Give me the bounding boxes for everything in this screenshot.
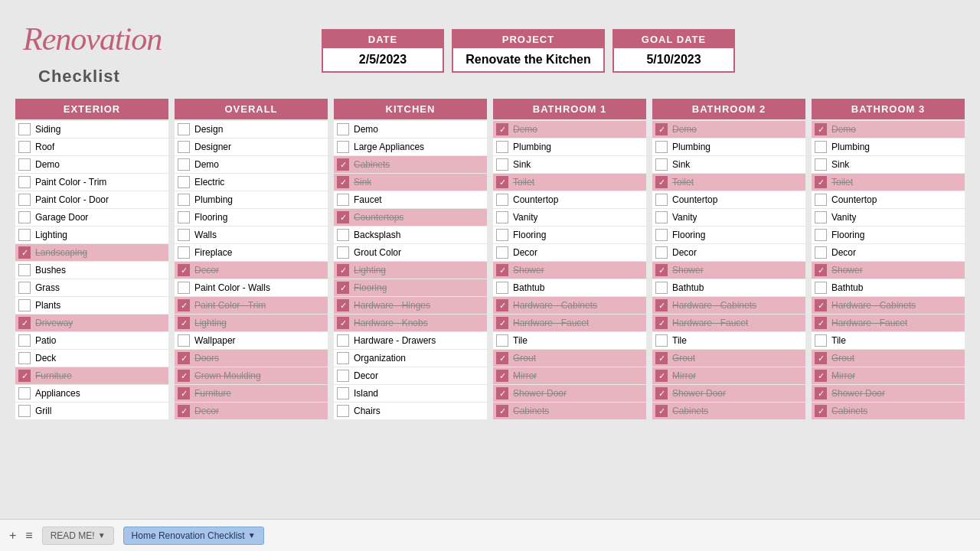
checkbox[interactable]: ✓ — [337, 211, 349, 223]
list-item[interactable]: Vanity — [812, 209, 965, 226]
list-item[interactable]: ✓Hardware - Cabinets — [812, 297, 965, 314]
checkbox[interactable] — [496, 246, 508, 259]
list-item[interactable]: ✓Furniture — [15, 367, 168, 384]
checkbox[interactable] — [337, 334, 349, 347]
list-item[interactable]: ✓Toilet — [493, 174, 646, 191]
list-item[interactable]: Decor — [493, 244, 646, 261]
list-item[interactable]: Grill — [15, 403, 168, 419]
list-item[interactable]: Bushes — [15, 262, 168, 279]
list-item[interactable]: Flooring — [812, 227, 965, 243]
checkbox[interactable] — [178, 141, 190, 153]
list-item[interactable]: ✓Decor — [175, 262, 328, 279]
checkbox[interactable]: ✓ — [337, 158, 349, 171]
list-item[interactable]: ✓Shower Door — [652, 385, 805, 402]
checkbox[interactable] — [18, 299, 31, 311]
list-item[interactable]: ✓Grout — [652, 350, 805, 367]
list-item[interactable]: Garage Door — [15, 209, 168, 226]
list-item[interactable]: ✓Demo — [812, 121, 965, 138]
checkbox[interactable]: ✓ — [655, 387, 668, 399]
list-item[interactable]: Fireplace — [175, 244, 328, 261]
list-item[interactable]: ✓Cabinets — [812, 403, 965, 419]
list-item[interactable]: Tile — [493, 332, 646, 349]
list-item[interactable]: ✓Cabinets — [493, 403, 646, 419]
checkbox[interactable]: ✓ — [178, 370, 190, 382]
checkbox[interactable] — [496, 334, 508, 347]
list-item[interactable]: ✓Toilet — [652, 174, 805, 191]
list-item[interactable]: ✓Countertops — [334, 209, 487, 226]
checkbox[interactable] — [18, 141, 31, 153]
list-item[interactable]: Faucet — [334, 191, 487, 208]
list-item[interactable]: ✓Furniture — [175, 385, 328, 402]
list-item[interactable]: ✓Cabinets — [652, 403, 805, 419]
list-item[interactable]: Plumbing — [812, 139, 965, 155]
checkbox[interactable] — [178, 194, 190, 206]
checkbox[interactable] — [655, 246, 668, 259]
list-item[interactable]: ✓Toilet — [812, 174, 965, 191]
checkbox[interactable]: ✓ — [815, 123, 827, 135]
list-item[interactable]: Bathtub — [812, 279, 965, 296]
checkbox[interactable]: ✓ — [815, 352, 827, 364]
checkbox[interactable] — [655, 229, 668, 241]
list-item[interactable]: Chairs — [334, 403, 487, 419]
list-item[interactable]: ✓Grout — [493, 350, 646, 367]
list-item[interactable]: ✓Hardware - Cabinets — [652, 297, 805, 314]
list-item[interactable]: ✓Mirror — [652, 367, 805, 384]
checkbox[interactable]: ✓ — [18, 317, 31, 329]
checkbox[interactable] — [496, 158, 508, 171]
menu-icon[interactable]: ≡ — [25, 529, 32, 543]
list-item[interactable]: Lighting — [15, 227, 168, 243]
checkbox[interactable] — [18, 264, 31, 276]
list-item[interactable]: Island — [334, 385, 487, 402]
list-item[interactable]: Electric — [175, 174, 328, 191]
checkbox[interactable] — [18, 352, 31, 364]
checkbox[interactable]: ✓ — [337, 282, 349, 294]
list-item[interactable]: ✓Demo — [493, 121, 646, 138]
checkbox[interactable]: ✓ — [496, 299, 508, 311]
checkbox[interactable]: ✓ — [496, 176, 508, 188]
checkbox[interactable] — [18, 123, 31, 135]
list-item[interactable]: Plumbing — [175, 191, 328, 208]
checkbox[interactable] — [815, 158, 827, 171]
list-item[interactable]: ✓Decor — [175, 403, 328, 419]
checkbox[interactable] — [18, 405, 31, 417]
checkbox[interactable]: ✓ — [655, 176, 668, 188]
checkbox[interactable] — [337, 246, 349, 259]
checkbox[interactable] — [815, 211, 827, 223]
checkbox[interactable] — [337, 370, 349, 382]
list-item[interactable]: Paint Color - Walls — [175, 279, 328, 296]
list-item[interactable]: ✓Lighting — [175, 315, 328, 331]
list-item[interactable]: ✓Hardware - Faucet — [812, 315, 965, 331]
checkbox[interactable] — [655, 334, 668, 347]
list-item[interactable]: ✓Demo — [652, 121, 805, 138]
list-item[interactable]: ✓Hardware - Faucet — [652, 315, 805, 331]
checkbox[interactable]: ✓ — [655, 405, 668, 417]
list-item[interactable]: ✓Paint Color - Trim — [175, 297, 328, 314]
tab-read-me[interactable]: READ ME! ▼ — [42, 527, 114, 545]
checkbox[interactable] — [18, 334, 31, 347]
checkbox[interactable]: ✓ — [18, 246, 31, 259]
list-item[interactable]: Countertop — [812, 191, 965, 208]
checkbox[interactable] — [815, 246, 827, 259]
list-item[interactable]: Bathtub — [652, 279, 805, 296]
list-item[interactable]: Designer — [175, 139, 328, 155]
checkbox[interactable] — [178, 211, 190, 223]
checkbox[interactable] — [178, 158, 190, 171]
list-item[interactable]: Plumbing — [493, 139, 646, 155]
list-item[interactable]: Decor — [334, 367, 487, 384]
checkbox[interactable] — [655, 158, 668, 171]
list-item[interactable]: Countertop — [652, 191, 805, 208]
checkbox[interactable]: ✓ — [815, 317, 827, 329]
list-item[interactable]: ✓Mirror — [493, 367, 646, 384]
list-item[interactable]: Plumbing — [652, 139, 805, 155]
list-item[interactable]: ✓Landscaping — [15, 244, 168, 261]
checkbox[interactable]: ✓ — [496, 123, 508, 135]
list-item[interactable]: ✓Hardware - Hinges — [334, 297, 487, 314]
list-item[interactable]: ✓Shower Door — [493, 385, 646, 402]
list-item[interactable]: Plants — [15, 297, 168, 314]
checkbox[interactable]: ✓ — [496, 370, 508, 382]
checkbox[interactable]: ✓ — [655, 370, 668, 382]
checkbox[interactable] — [178, 123, 190, 135]
checkbox[interactable]: ✓ — [496, 387, 508, 399]
checkbox[interactable] — [18, 282, 31, 294]
list-item[interactable]: Demo — [15, 156, 168, 173]
